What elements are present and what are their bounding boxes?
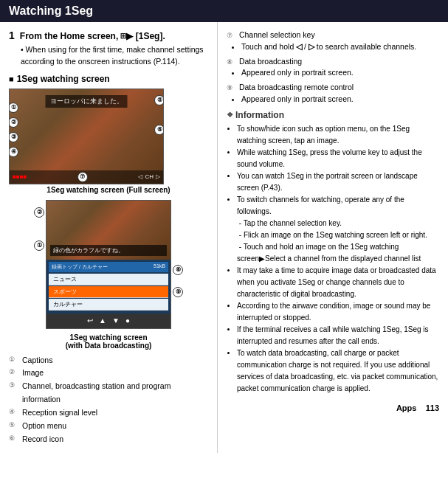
- right-item-8: ⑧ Data broadcasting Appeared only in por…: [227, 56, 439, 80]
- p-circle-2: ②: [34, 207, 44, 218]
- left-column: 1 From the Home screen, ⊞▶ [1Seg]. • Whe…: [0, 22, 218, 453]
- data-menu-item-2: カルチャー: [49, 299, 168, 311]
- list-item: ③ Channel, broadcasting station and prog…: [9, 380, 208, 406]
- right-item-7: ⑦ Channel selection key Touch and hold ◁…: [227, 30, 439, 53]
- ch-nav: ◁ CH ▷: [138, 173, 160, 180]
- info-item: To switch channels for watching, operate…: [237, 194, 439, 265]
- step-title: From the Home screen, ⊞▶ [1Seg].: [20, 31, 165, 41]
- list-item: ⑤ Option menu: [9, 420, 208, 433]
- portrait-mockup: 緑の色がカラフルですね。 録画トップ / カルチャー 51kB ニュース: [46, 200, 171, 329]
- info-section: Information To show/hide icon such as op…: [227, 110, 439, 395]
- info-item: According to the airwave condition, imag…: [237, 300, 439, 324]
- right-item-8-bullets: Appeared only in portrait screen.: [241, 67, 439, 79]
- portrait-mockup-wrapper: ② ① ⑧ ⑨ 緑の色がカラフルですね。: [46, 200, 171, 330]
- circle-5: ⑤: [154, 95, 164, 105]
- p-circle-8: ⑧: [173, 265, 183, 275]
- home-icon: ⊞: [121, 30, 127, 41]
- info-list: To show/hide icon such as option menu, o…: [237, 123, 439, 395]
- portrait-rel: ② ① ⑧ ⑨ 緑の色がカラフルですね。: [46, 200, 171, 329]
- data-menu-item-1: スポーツ: [49, 286, 168, 298]
- right-item-7-bullets: Touch and hold ◁ / ▷ to search available…: [241, 41, 439, 53]
- step-body: • When using for the first time, make ch…: [21, 44, 208, 68]
- circle-1: ①: [9, 103, 18, 113]
- tv-image: ヨーロッパに来ました。 ① ② ③ ④ ⑤ ⑥ ■■■■ ⑦: [10, 89, 163, 184]
- circle-7-bottom: ⑦: [77, 172, 88, 182]
- list-item: ⑥ Record icon: [9, 433, 208, 446]
- bullet: Appeared only in portrait screen.: [241, 94, 439, 105]
- section-heading-1seg: 1Seg watching screen: [9, 74, 208, 84]
- page-header: Watching 1Seg: [0, 0, 448, 22]
- tv-bottom-bar: ■■■■ ⑦ ◁ CH ▷: [10, 170, 163, 184]
- portrait-caption: 緑の色がカラフルですね。: [50, 245, 167, 256]
- fullscreen-mockup: ヨーロッパに来ました。 ① ② ③ ④ ⑤ ⑥ ■■■■ ⑦: [9, 89, 164, 184]
- portrait-tv-area: 緑の色がカラフルですね。: [46, 201, 170, 260]
- step-number-1: 1: [9, 30, 15, 41]
- info-item: You can watch 1Seg in the portrait scree…: [237, 170, 439, 194]
- right-item-9: ⑨ Data broadcasting remote control Appea…: [227, 82, 439, 105]
- fullscreen-label: 1Seg watching screen (Full screen): [9, 186, 208, 194]
- circle-3: ③: [9, 132, 18, 142]
- info-item: If the terminal receives a call while wa…: [237, 324, 439, 347]
- portrait-data-area: 録画トップ / カルチャー 51kB ニュース スポーツ カルチャー: [46, 260, 170, 314]
- data-menu-item-0: ニュース: [49, 274, 168, 285]
- list-item: ② Image: [9, 367, 208, 380]
- ctrl-up: ▲: [99, 316, 106, 325]
- ctrl-down: ▼: [112, 316, 120, 325]
- list-item: ④ Reception signal level: [9, 406, 208, 420]
- bullet: Touch and hold ◁ / ▷ to search available…: [241, 41, 439, 53]
- circle-2: ②: [9, 117, 18, 128]
- ch-info: ■■■■: [13, 173, 27, 180]
- ctrl-back: ↩: [87, 316, 93, 325]
- info-item: To show/hide icon such as option menu, o…: [237, 123, 439, 147]
- fullscreen-mockup-wrapper: ヨーロッパに来ました。 ① ② ③ ④ ⑤ ⑥ ■■■■ ⑦: [9, 89, 164, 184]
- right-item-9-bullets: Appeared only in portrait screen.: [241, 94, 439, 105]
- p-circle-1: ①: [34, 240, 44, 251]
- portrait-label: 1Seg watching screen(with Data broadcast…: [9, 333, 208, 350]
- item-list: ① Captions ② Image ③ Channel, broadcasti…: [9, 354, 208, 446]
- portrait-controls: ↩ ▲ ▼ ●: [46, 314, 170, 328]
- step-1: 1 From the Home screen, ⊞▶ [1Seg]. • Whe…: [9, 30, 208, 68]
- page-footer: Apps 113: [227, 403, 439, 412]
- fullscreen-area: ヨーロッパに来ました。 ① ② ③ ④ ⑤ ⑥ ■■■■ ⑦: [9, 89, 208, 194]
- tv-overlay-text: ヨーロッパに来ました。: [46, 95, 128, 108]
- portrait-area: ② ① ⑧ ⑨ 緑の色がカラフルですね。: [9, 200, 208, 350]
- ctrl-ok: ●: [125, 316, 130, 325]
- info-heading: Information: [227, 110, 439, 120]
- circle-4: ④: [9, 147, 18, 157]
- right-column: ⑦ Channel selection key Touch and hold ◁…: [218, 22, 448, 453]
- data-header-bar: 録画トップ / カルチャー 51kB: [49, 262, 168, 272]
- info-item: It may take a time to acquire image data…: [237, 265, 439, 300]
- info-item: To watch data broadcasting, call charge …: [237, 347, 439, 395]
- p-circle-9: ⑨: [173, 287, 183, 297]
- circle-6: ⑥: [154, 125, 164, 135]
- info-item: While watching 1Seg, press the volume ke…: [237, 147, 439, 170]
- page-title: Watching 1Seg: [9, 4, 93, 17]
- list-item: ① Captions: [9, 354, 208, 367]
- bullet: Appeared only in portrait screen.: [241, 67, 439, 79]
